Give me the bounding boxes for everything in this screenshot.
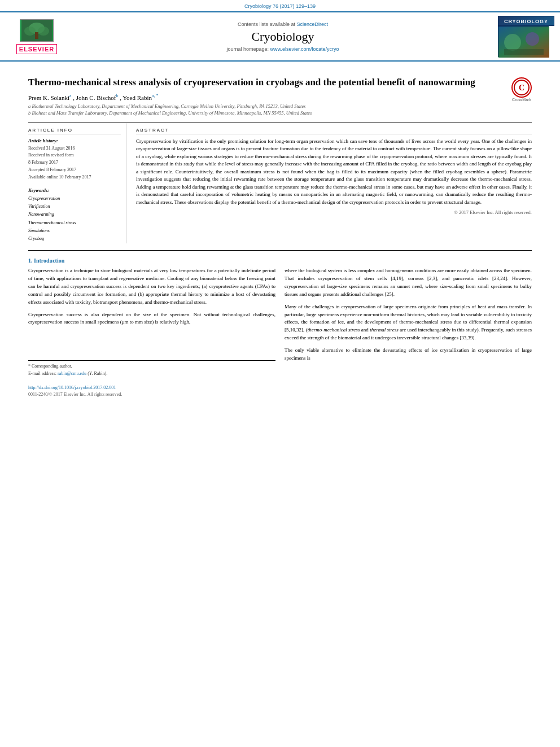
journal-homepage: journal homepage: www.elsevier.com/locat… [68,46,498,52]
introduction-body: Cryopreservation is a technique to store… [28,267,532,399]
svg-point-2 [24,27,36,36]
copyright-line: © 2017 Elsevier Inc. All rights reserved… [136,209,532,215]
email-link[interactable]: rabin@cmu.edu [58,371,86,376]
intro-right-para-3: The only viable alternative to eliminate… [285,347,532,362]
sciencedirect-link[interactable]: ScienceDirect [297,21,329,27]
footnote-area: * Corresponding author. E-mail address: … [28,360,275,398]
cryobiology-badge-image [498,26,549,57]
crossmark-icon: C [511,77,532,98]
accepted-date: Accepted 8 February 2017 [28,167,121,174]
svg-rect-4 [35,32,38,39]
keywords-list: Cryopreservation Vitrification Nanowarmi… [28,195,121,243]
elsevier-tree-icon [20,19,54,42]
keyword-5: Simulations [28,227,121,235]
journal-title: Cryobiology [68,29,498,44]
crossmark-section[interactable]: C CrossMark [511,77,532,102]
keyword-1: Cryopreservation [28,195,121,203]
abstract-column: ABSTRACT Cryopreservation by vitrificati… [136,123,532,243]
journal-header: ELSEVIER Contents lists available at Sci… [0,12,560,61]
introduction-section: 1. Introduction Cryopreservation is a te… [28,257,532,399]
doi-line[interactable]: http://dx.doi.org/10.1016/j.cryobiol.201… [28,385,275,391]
intro-left-column: Cryopreservation is a technique to store… [28,267,275,399]
revised-date: 8 February 2017 [28,159,121,167]
svg-point-3 [38,27,49,36]
article-info-column: ARTICLE INFO Article history: Received 3… [28,123,127,243]
journal-info-center: Contents lists available at ScienceDirec… [68,21,498,52]
affiliations: a Biothermal Technology Laboratory, Depa… [28,103,532,117]
authors-line: Prem K. Solankia , John C. Bischofb , Yo… [28,93,532,101]
abstract-heading: ABSTRACT [136,128,532,134]
elsevier-wordmark: ELSEVIER [16,44,57,54]
title-section: C CrossMark Thermo-mechanical stress ana… [28,76,532,89]
sciencedirect-label: Contents lists available at ScienceDirec… [68,21,498,27]
svg-rect-8 [504,49,544,55]
crossmark-label: CrossMark [511,98,532,102]
keyword-2: Vitrification [28,203,121,211]
intro-para-1: Cryopreservation is a technique to store… [28,267,275,307]
available-date: Available online 10 February 2017 [28,174,121,181]
elsevier-section: ELSEVIER [6,19,68,54]
cryobiology-badge-title: CRYOBIOLOGY [498,16,554,26]
paper-title: Thermo-mechanical stress analysis of cry… [28,76,532,89]
keyword-3: Nanowarming [28,211,121,219]
info-abstract-section: ARTICLE INFO Article history: Received 3… [28,123,532,243]
section-divider [28,250,532,251]
svg-point-6 [504,34,521,51]
article-history-title: Article history: [28,138,121,143]
svg-text:C: C [519,84,524,92]
keyword-4: Thermo-mechanical stress [28,219,121,227]
received-date: Received 31 August 2016 [28,145,121,152]
svg-point-7 [526,32,539,46]
intro-right-para-1: where the biological system is less comp… [285,267,532,299]
keyword-6: Cryobag [28,235,121,243]
cryobiology-badge-section: CRYOBIOLOGY [498,16,554,57]
received-revised-label: Received in revised form [28,152,121,159]
intro-right-para-2: Many of the challenges in cryopreservati… [285,303,532,343]
homepage-link[interactable]: www.elsevier.com/locate/ycryo [270,46,339,52]
keywords-label: Keywords: [28,187,121,193]
paper-content: C CrossMark Thermo-mechanical stress ana… [0,62,560,404]
issn-line: 0011-2240/© 2017 Elsevier Inc. All right… [28,391,275,398]
abstract-text: Cryopreservation by vitrification is the… [136,138,532,207]
email-line: E-mail address: rabin@cmu.edu (Y. Rabin)… [28,370,275,377]
intro-right-column: where the biological system is less comp… [285,267,532,399]
article-info-heading: ARTICLE INFO [28,128,121,134]
introduction-heading: 1. Introduction [28,257,532,264]
journal-ref: Cryobiology 76 (2017) 129–139 [0,0,560,11]
intro-para-2: Cryopreservation success is also depende… [28,311,275,327]
corresponding-author: * Corresponding author. [28,363,275,370]
